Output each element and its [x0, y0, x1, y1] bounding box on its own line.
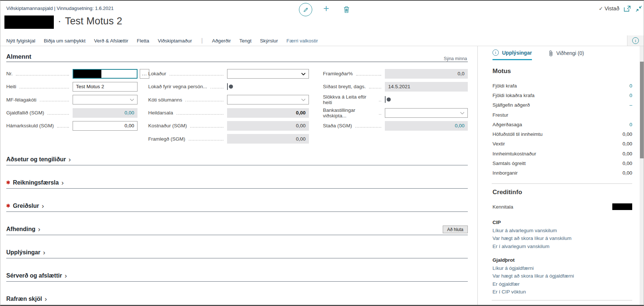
chevron-down-icon[interactable] — [301, 73, 306, 75]
dotted-leader — [190, 127, 223, 128]
bankastillingar-label: Bankastillingar viðskipta... — [323, 107, 376, 118]
section-title: Reikningsfærsla — [13, 179, 59, 186]
new-button[interactable]: + — [321, 3, 331, 14]
dotted-leader — [20, 88, 69, 89]
field-row-lokadur: Lokaður — [148, 67, 309, 80]
nr-label: Nr. — [6, 71, 13, 76]
open-in-new-window-button[interactable] — [624, 6, 631, 12]
dotted-leader — [16, 75, 69, 76]
general-section-title[interactable]: Almennt — [6, 53, 31, 61]
motus-rows: Fjöldi krafa0 Fjöldi lokaðra krafa0 Sjál… — [492, 81, 632, 178]
show-less-link[interactable]: Sýna minna — [444, 56, 467, 61]
chevron-down-icon[interactable] — [460, 112, 464, 114]
chevron-right-icon: › — [69, 155, 71, 164]
cip-link[interactable]: Líkur á alvarlegum vanskilum — [492, 228, 632, 235]
chevron-down-icon[interactable] — [301, 99, 306, 101]
action-faerri-valkostir[interactable]: Færri valkostir — [286, 38, 318, 44]
action-skyrslur[interactable]: Skýrslur — [260, 38, 278, 44]
factbox-row: Fjöldi lokaðra krafa0 — [492, 90, 632, 100]
factbox-divider — [492, 300, 632, 300]
action-verd-afslaettir[interactable]: Verð & Afslættir — [94, 38, 128, 44]
nr-input[interactable] — [73, 69, 137, 79]
trash-icon — [344, 6, 349, 13]
factbox-panel: i Upplýsingar Viðhengi (0) Motus Fjöldi … — [477, 46, 644, 305]
row-value: 0,00 — [623, 161, 632, 166]
section-adsetur-og-tengilidur[interactable]: Aðsetur og tengiliður› — [6, 155, 468, 165]
hamarksskuld-input[interactable] — [73, 121, 137, 131]
mf-felagakoti-combobox[interactable] — [73, 95, 137, 104]
row-value[interactable]: 0 — [629, 122, 632, 127]
factbox-row: Sjálfgefin aðgerð– — [492, 100, 632, 110]
gjaldthrot-link[interactable]: Er ógjaldfær — [492, 281, 632, 289]
factbox-divider — [492, 183, 632, 184]
gjaldthrot-link[interactable]: Líkur á ógjaldfærni — [492, 265, 632, 273]
slokkva-leita-label: Slökkva á Leita eftir heiti — [323, 94, 376, 105]
general-column-3: Framlegðar% 0,0 Síðast breytt, dags. 14.… — [323, 67, 468, 132]
gjaldthrot-links: Líkur á ógjaldfærni Var hægt að skora lí… — [492, 265, 632, 297]
slokkva-leita-toggle[interactable] — [385, 96, 386, 103]
factbox-row: Vextir0,00 — [492, 139, 632, 149]
stada-value[interactable]: 0,00 — [455, 123, 464, 128]
dotted-leader — [189, 140, 223, 141]
redacted-kennitala-value — [612, 203, 632, 210]
dotted-leader — [379, 101, 381, 102]
chevron-right-icon: › — [43, 248, 45, 257]
lokad-personuvernd-toggle[interactable] — [227, 83, 228, 90]
scrollbar-thumb[interactable] — [640, 62, 644, 158]
heiti-input[interactable] — [73, 82, 137, 92]
required-asterisk-icon: ✱ — [6, 180, 10, 185]
chevron-down-icon[interactable] — [130, 99, 134, 101]
row-value[interactable]: 0 — [629, 93, 632, 98]
heildarsala-value: 0,00 — [296, 110, 306, 116]
row-value[interactable]: 0 — [629, 83, 632, 89]
field-row-hamarksskuld: Hámarksskuld (SGM) — [6, 119, 137, 132]
row-value: 0,00 — [623, 131, 632, 137]
section-afhending[interactable]: Afhending› Að hluta — [6, 225, 468, 235]
section-greidslur[interactable]: ✱Greiðslur› — [6, 202, 468, 212]
motus-heading: Motus — [492, 68, 511, 75]
row-label: Höfuðstóll til innheimtu — [492, 131, 543, 137]
dotted-leader — [57, 127, 69, 128]
action-adgerdir[interactable]: Aðgerðir — [212, 38, 231, 44]
section-rafraen-skjol[interactable]: Rafræn skjöl› — [6, 295, 468, 305]
cip-link[interactable]: Var hægt að skora líkur á vanskilum — [492, 235, 632, 243]
action-fletta[interactable]: Fletta — [137, 38, 149, 44]
stada-field: 0,00 — [385, 121, 468, 131]
section-title: Aðsetur og tengiliður — [6, 156, 66, 163]
row-label: Sjálfgefin aðgerð — [492, 102, 530, 108]
info-icon[interactable]: i — [632, 37, 639, 44]
tab-upplysingar[interactable]: i Upplýsingar — [492, 49, 532, 60]
action-vidskiptamadur[interactable]: Viðskiptamaður — [158, 38, 192, 44]
row-value[interactable]: – — [629, 102, 632, 108]
tab-label: Upplýsingar — [502, 50, 532, 56]
action-tengt[interactable]: Tengt — [239, 38, 251, 44]
lokadur-select[interactable] — [227, 69, 309, 79]
action-bidja-um-samthykkt[interactable]: Biðja um samþykkt — [44, 38, 86, 44]
dotted-leader — [185, 101, 223, 102]
dotted-leader — [210, 88, 223, 89]
factbox-row: Frestur — [492, 110, 632, 120]
cip-link[interactable]: Er í alvarlegum vanskilum — [492, 244, 632, 251]
afhending-status-badge: Að hluta — [443, 226, 468, 233]
section-reikningsfaersla[interactable]: ✱Reikningsfærsla› — [6, 178, 468, 189]
collapse-window-button[interactable] — [636, 6, 642, 12]
section-title: Upplýsingar — [6, 249, 40, 256]
koti-solumanns-combobox[interactable] — [227, 95, 309, 104]
edit-button[interactable] — [299, 3, 312, 16]
sidast-breytt-label: Síðast breytt, dags. — [323, 84, 366, 89]
kostnadur-field: 0,00 — [227, 121, 309, 131]
dotted-leader — [40, 101, 69, 102]
gjaldfallid-value[interactable]: 0,00 — [125, 110, 134, 116]
bankastillingar-combobox[interactable] — [385, 108, 468, 118]
gjaldthrot-subheading: Gjaldþrot — [492, 257, 515, 263]
info-icon: i — [492, 49, 499, 56]
gjaldthrot-link[interactable]: Var hægt að skora líkur á ógjaldfærni — [492, 273, 632, 281]
row-label: Aðgerðasaga — [492, 122, 522, 127]
tab-vidhengi[interactable]: Viðhengi (0) — [549, 49, 584, 60]
section-upplysingar[interactable]: Upplýsingar› — [6, 248, 468, 258]
delete-button[interactable] — [343, 5, 350, 13]
gjaldthrot-link[interactable]: Er í CIP vöktun — [492, 289, 632, 297]
action-nytt-fylgiskjal[interactable]: Nýtt fylgiskjal — [6, 38, 35, 44]
section-serverd-og-afslaettir[interactable]: Sérverð og afslættir› — [6, 271, 468, 282]
title-separator: · — [58, 16, 61, 27]
